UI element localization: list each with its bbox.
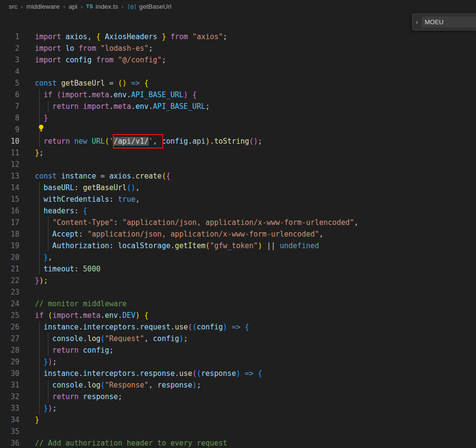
line-number: 30 — [0, 368, 19, 379]
code-line[interactable]: 33 }); — [0, 403, 476, 414]
find-query-text: MOEU — [425, 18, 444, 26]
code-line[interactable]: 12 — [0, 159, 476, 170]
quick-fix-lightbulb-icon[interactable] — [37, 124, 45, 133]
line-number: 33 — [0, 403, 19, 414]
code-line[interactable]: 26 instance.interceptors.request.use((co… — [0, 321, 476, 333]
line-number: 12 — [0, 159, 19, 170]
code-line[interactable]: 4 — [0, 66, 476, 77]
code-line[interactable]: 20 }, — [0, 252, 476, 263]
line-number: 4 — [0, 66, 19, 77]
line-number: 29 — [0, 356, 19, 368]
line-number: 19 — [0, 240, 19, 252]
code-line-content: } — [19, 112, 48, 124]
breadcrumb-item-getbaseurl[interactable]: [@]getBaseUrl — [127, 3, 171, 10]
code-line[interactable]: 6 if (import.meta.env.API_BASE_URL) { — [0, 89, 476, 101]
breadcrumb-item-src[interactable]: src — [9, 3, 17, 10]
breadcrumb-item-api[interactable]: api — [69, 3, 77, 10]
find-input[interactable]: MOEU — [421, 16, 476, 28]
code-line[interactable]: 19 Authorization: localStorage.getItem("… — [0, 240, 476, 252]
line-number: 11 — [0, 147, 19, 159]
code-line[interactable]: 25if (import.meta.env.DEV) { — [0, 310, 476, 321]
code-line[interactable]: 22}); — [0, 275, 476, 286]
indent-guide — [48, 217, 48, 252]
code-line-content: instance.interceptors.response.use((resp… — [19, 368, 262, 379]
code-line[interactable]: 8 } — [0, 112, 476, 124]
code-line[interactable]: 23 — [0, 286, 476, 298]
code-line-content: console.log("Response", response); — [19, 379, 201, 391]
line-number: 22 — [0, 275, 19, 286]
code-line[interactable]: 1import axios, { AxiosHeaders } from "ax… — [0, 31, 476, 43]
code-line-content: }; — [19, 147, 44, 159]
breadcrumb-label: middleware — [26, 3, 60, 10]
line-number: 28 — [0, 344, 19, 356]
code-line-content — [19, 66, 35, 77]
line-number: 3 — [0, 54, 19, 66]
code-line[interactable]: 31 console.log("Response", response); — [0, 379, 476, 391]
line-number: 14 — [0, 182, 19, 194]
code-line[interactable]: 5const getBaseUrl = () => { — [0, 77, 476, 89]
line-number: 6 — [0, 89, 19, 101]
line-number: 21 — [0, 263, 19, 275]
line-number: 24 — [0, 298, 19, 310]
code-line-content: Authorization: localStorage.getItem("gfw… — [19, 240, 319, 252]
breadcrumb-separator-chevron-icon: › — [81, 3, 83, 10]
breadcrumb-label: getBaseUrl — [139, 3, 171, 10]
code-line-content: timeout: 5000 — [19, 263, 100, 275]
code-line-content: headers: { — [19, 205, 87, 217]
breadcrumb-separator-chevron-icon: › — [122, 3, 123, 10]
line-number: 8 — [0, 112, 19, 124]
code-line[interactable]: 30 instance.interceptors.response.use((r… — [0, 368, 476, 379]
indent-guide — [39, 182, 40, 275]
code-line[interactable]: 28 return config; — [0, 344, 476, 356]
line-number: 23 — [0, 286, 19, 298]
code-line[interactable]: 7 return import.meta.env.API_BASE_URL; — [0, 101, 476, 112]
code-line[interactable]: 34} — [0, 414, 476, 426]
indent-guide — [39, 89, 40, 147]
code-line[interactable]: 29 }); — [0, 356, 476, 368]
indent-guide — [48, 101, 48, 112]
code-line[interactable]: 13const instance = axios.create({ — [0, 170, 476, 182]
line-number: 15 — [0, 194, 19, 205]
code-line-content: }, — [19, 252, 52, 263]
code-line-content — [19, 286, 35, 298]
code-line[interactable]: 21 timeout: 5000 — [0, 263, 476, 275]
code-line-content: }); — [19, 275, 48, 286]
code-line[interactable]: 15 withCredentials: true, — [0, 194, 476, 205]
find-replace-toggle-chevron-icon[interactable]: › — [413, 14, 421, 30]
code-line[interactable]: 18 Accept: "application/json, applicatio… — [0, 228, 476, 240]
line-number: 16 — [0, 205, 19, 217]
code-line-content: import config from "@/config"; — [19, 54, 166, 66]
code-line[interactable]: 24// monitor middleware — [0, 298, 476, 310]
code-line[interactable]: 9 — [0, 124, 476, 135]
code-line[interactable]: 10 return new URL('/api/v1/', config.api… — [0, 135, 476, 147]
breadcrumb-item-middleware[interactable]: middleware — [26, 3, 60, 10]
breadcrumb-item-index-ts[interactable]: TSindex.ts — [86, 3, 118, 10]
code-line[interactable]: 14 baseURL: getBaseUrl(), — [0, 182, 476, 194]
code-editor[interactable]: 1import axios, { AxiosHeaders } from "ax… — [0, 31, 476, 448]
code-line[interactable]: 11}; — [0, 147, 476, 159]
code-line-content: // Add authorization header to every req… — [19, 437, 227, 448]
indent-guide — [48, 333, 48, 356]
line-number: 17 — [0, 217, 19, 228]
code-line[interactable]: 3import config from "@/config"; — [0, 54, 476, 66]
code-line[interactable]: 36// Add authorization header to every r… — [0, 437, 476, 448]
line-number: 20 — [0, 252, 19, 263]
code-line[interactable]: 27 console.log("Request", config); — [0, 333, 476, 344]
code-line-content: return config; — [19, 344, 114, 356]
code-line[interactable]: 16 headers: { — [0, 205, 476, 217]
breadcrumb-label: index.ts — [96, 3, 119, 10]
code-line[interactable]: 35 — [0, 426, 476, 437]
breadcrumb-separator-chevron-icon: › — [21, 3, 23, 10]
typescript-file-icon: TS — [86, 3, 93, 9]
code-line[interactable]: 32 return response; — [0, 391, 476, 403]
code-line-content: } — [19, 414, 39, 426]
code-line-content: // monitor middleware — [19, 298, 127, 310]
code-line-content: import lo from "lodash-es"; — [19, 43, 153, 54]
code-line[interactable]: 17 "Content-Type": "application/json, ap… — [0, 217, 476, 228]
line-number: 26 — [0, 321, 19, 333]
code-line-content: Accept: "application/json, application/x… — [19, 228, 323, 240]
code-line-content — [19, 426, 35, 437]
code-line[interactable]: 2import lo from "lodash-es"; — [0, 43, 476, 54]
line-number: 5 — [0, 77, 19, 89]
line-number: 27 — [0, 333, 19, 344]
